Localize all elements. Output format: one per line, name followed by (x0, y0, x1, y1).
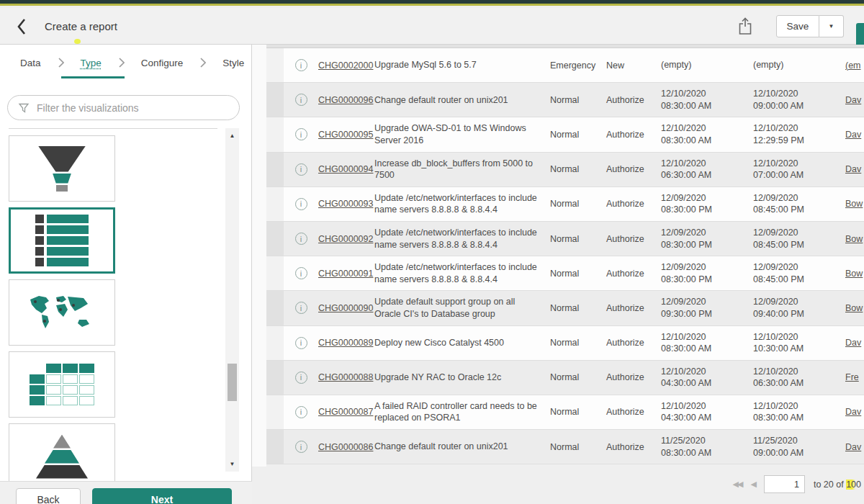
record-assigned-link[interactable]: Bow (845, 269, 864, 279)
info-icon[interactable] (295, 94, 307, 106)
scroll-up-icon[interactable]: ▲ (225, 132, 239, 139)
row-gutter (266, 361, 284, 395)
info-cell (284, 59, 318, 71)
record-number-link[interactable]: CHG0000095 (318, 130, 374, 140)
chevron-right-icon (118, 58, 125, 68)
wizard-breadcrumb: Data Type Configure Style (0, 45, 251, 81)
record-priority: Normal (550, 95, 606, 105)
record-assigned-link[interactable]: Dav (845, 442, 864, 452)
info-cell (284, 128, 318, 140)
record-number-link[interactable]: CHG0000094 (318, 164, 374, 174)
info-cell (284, 337, 318, 349)
viz-list-scrollbar[interactable]: ▲ ▼ (225, 128, 239, 472)
viz-thumb-map[interactable] (9, 279, 115, 346)
record-end-date: 12/10/2020 06:30:00 AM (753, 366, 845, 390)
prev-page-icon[interactable]: ◀ (750, 480, 755, 489)
info-icon[interactable] (295, 337, 307, 349)
info-icon[interactable] (295, 372, 307, 384)
table-row: CHG0000090Update default support group o… (266, 291, 864, 325)
record-description: Update /etc/network/interfaces to includ… (374, 261, 550, 285)
info-cell (284, 94, 318, 106)
record-number-link[interactable]: CHG0000092 (318, 234, 374, 244)
record-end-date: 12/09/2020 08:45:00 PM (753, 261, 845, 285)
viz-thumb-funnel[interactable] (9, 135, 115, 202)
record-description: Deploy new Cisco Catalyst 4500 (374, 337, 550, 349)
viz-thumb-pyramid[interactable] (9, 423, 115, 481)
viz-thumb-list[interactable] (9, 207, 115, 274)
pagination-range: to 20 of 100 (814, 480, 861, 490)
record-priority: Normal (550, 442, 606, 452)
row-gutter (266, 117, 284, 151)
record-start-date: 12/10/2020 08:30:00 AM (661, 122, 753, 146)
chevron-right-icon (58, 58, 64, 68)
info-cell (284, 267, 318, 279)
scroll-down-icon[interactable]: ▼ (225, 461, 239, 467)
record-number-link[interactable]: CHG0000093 (318, 199, 374, 209)
info-icon[interactable] (295, 441, 307, 453)
record-number-link[interactable]: CHG0000086 (318, 442, 374, 452)
row-gutter (266, 187, 284, 221)
record-number-link[interactable]: CHG0000096 (318, 95, 374, 105)
info-icon[interactable] (295, 302, 307, 314)
record-start-date: 12/10/2020 08:30:00 AM (661, 88, 753, 112)
row-gutter (266, 153, 284, 186)
record-assigned-link[interactable]: Fre (845, 372, 864, 382)
record-assigned-link[interactable]: Bow (845, 234, 864, 244)
record-number-link[interactable]: CHG0002000 (318, 60, 374, 71)
record-description: Update default support group on all Orac… (374, 296, 550, 320)
scrollbar-thumb[interactable] (228, 364, 237, 401)
list-chart-icon (35, 215, 89, 266)
record-number-link[interactable]: CHG0000088 (318, 372, 374, 382)
viz-thumb-table[interactable] (9, 351, 115, 418)
record-number-link[interactable]: CHG0000090 (318, 303, 374, 313)
record-description: Change default router on unix201 (374, 441, 550, 453)
back-button[interactable]: Back (16, 488, 81, 504)
visualization-list (0, 128, 251, 481)
filter-input[interactable] (37, 102, 239, 114)
record-end-date: 12/10/2020 10:30:00 AM (753, 331, 845, 355)
step-data[interactable]: Data (20, 58, 41, 68)
record-end-date: 12/10/2020 09:00:00 AM (753, 88, 845, 112)
record-assigned-link[interactable]: Dav (845, 164, 864, 174)
record-number-link[interactable]: CHG0000087 (318, 407, 374, 417)
share-icon[interactable] (738, 17, 752, 35)
table-row: CHG0002000Upgrade MySql 5.6 to 5.7Emerge… (266, 48, 864, 83)
clipped-edge-button[interactable] (856, 23, 864, 47)
record-assigned-link[interactable]: Bow (845, 303, 864, 313)
record-assigned-link[interactable]: Dav (845, 130, 864, 140)
info-icon[interactable] (295, 198, 307, 210)
record-priority: Normal (550, 199, 606, 209)
info-icon[interactable] (295, 406, 307, 418)
info-icon[interactable] (295, 59, 307, 71)
row-gutter (266, 256, 284, 290)
record-description: Upgrade OWA-SD-01 to MS Windows Server 2… (374, 122, 550, 146)
record-assigned-link[interactable]: Dav (845, 95, 864, 105)
record-assigned-link[interactable]: Dav (845, 407, 864, 417)
record-number-link[interactable]: CHG0000091 (318, 269, 374, 279)
pagination-range-prefix: to 20 of (814, 480, 844, 490)
info-cell (284, 198, 318, 210)
row-gutter (266, 326, 284, 360)
save-caret-down-icon[interactable]: ▼ (819, 15, 844, 37)
record-priority: Emergency (550, 60, 606, 71)
save-button[interactable]: Save (776, 15, 819, 37)
first-page-icon[interactable]: ◀◀ (733, 480, 742, 489)
record-number-link[interactable]: CHG0000089 (318, 338, 374, 348)
info-icon[interactable] (295, 128, 307, 140)
info-icon[interactable] (295, 233, 307, 245)
next-button[interactable]: Next (92, 488, 232, 504)
record-assigned-link[interactable]: Dav (845, 338, 864, 348)
record-assigned-link[interactable]: Bow (845, 199, 864, 209)
page-number-input[interactable] (764, 475, 805, 493)
record-assigned-link[interactable]: (em (845, 60, 864, 71)
table-row: CHG0000086Change default router on unix2… (266, 430, 864, 464)
record-start-date: 12/09/2020 09:30:00 PM (661, 296, 753, 320)
step-configure[interactable]: Configure (141, 58, 184, 68)
step-type[interactable]: Type (81, 58, 102, 68)
step-style[interactable]: Style (222, 58, 244, 68)
back-icon[interactable] (16, 17, 27, 36)
info-icon[interactable] (295, 267, 307, 279)
info-icon[interactable] (295, 163, 307, 176)
info-cell (284, 163, 318, 176)
record-end-date: 12/10/2020 08:30:00 AM (753, 400, 845, 424)
